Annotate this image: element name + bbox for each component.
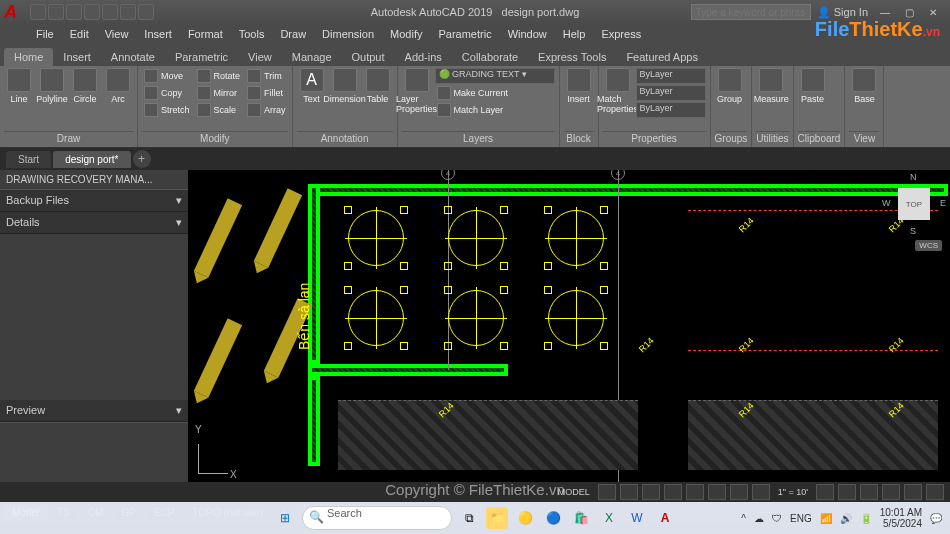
qat-open-icon[interactable] — [48, 4, 64, 20]
insert-block-button[interactable]: Insert — [564, 68, 594, 104]
taskbar-search[interactable]: Search — [302, 506, 452, 530]
qat-save-icon[interactable] — [66, 4, 82, 20]
menu-express[interactable]: Express — [593, 28, 649, 40]
status-snap-icon[interactable] — [620, 484, 638, 500]
stretch-button[interactable]: Stretch — [142, 102, 192, 118]
status-isolate-icon[interactable] — [860, 484, 878, 500]
help-search-input[interactable] — [691, 4, 811, 20]
layer-dropdown[interactable]: 🟢 GRADING TEXT ▾ — [435, 68, 555, 84]
tab-parametric[interactable]: Parametric — [165, 48, 238, 66]
qat-redo-icon[interactable] — [138, 4, 154, 20]
status-polar-icon[interactable] — [664, 484, 682, 500]
menu-tools[interactable]: Tools — [231, 28, 273, 40]
doctab-new-button[interactable]: + — [133, 150, 151, 168]
scale-button[interactable]: Scale — [195, 102, 243, 118]
preview-section-header[interactable]: Preview▾ — [0, 400, 188, 422]
status-anno-scale[interactable]: 1" = 10' — [774, 487, 812, 497]
match-layer-button[interactable]: Match Layer — [435, 102, 555, 118]
dimension-button[interactable]: Dimension — [330, 68, 360, 104]
status-osnap-icon[interactable] — [686, 484, 704, 500]
signin-button[interactable]: 👤 Sign In — [817, 6, 868, 19]
status-grid-icon[interactable] — [598, 484, 616, 500]
autocad-icon[interactable]: A — [654, 507, 676, 529]
task-view-icon[interactable]: ⧉ — [458, 507, 480, 529]
trim-button[interactable]: Trim — [245, 68, 288, 84]
move-button[interactable]: Move — [142, 68, 192, 84]
store-icon[interactable]: 🛍️ — [570, 507, 592, 529]
doctab-start[interactable]: Start — [6, 151, 51, 168]
tray-battery-icon[interactable]: 🔋 — [860, 513, 872, 524]
tab-express[interactable]: Express Tools — [528, 48, 616, 66]
backup-files-section[interactable]: Backup Files▾ — [0, 190, 188, 212]
lineweight-dropdown[interactable]: ByLayer — [636, 85, 706, 101]
menu-insert[interactable]: Insert — [136, 28, 180, 40]
arc-button[interactable]: Arc — [103, 68, 133, 104]
menu-edit[interactable]: Edit — [62, 28, 97, 40]
menu-parametric[interactable]: Parametric — [430, 28, 499, 40]
tab-output[interactable]: Output — [342, 48, 395, 66]
tab-insert[interactable]: Insert — [53, 48, 101, 66]
paste-button[interactable]: Paste — [798, 68, 828, 104]
tab-manage[interactable]: Manage — [282, 48, 342, 66]
status-gear-icon[interactable] — [816, 484, 834, 500]
menu-file[interactable]: File — [28, 28, 62, 40]
rotate-button[interactable]: Rotate — [195, 68, 243, 84]
linetype-dropdown[interactable]: ByLayer — [636, 102, 706, 118]
viewcube-e[interactable]: E — [940, 198, 946, 208]
panel-annot-label[interactable]: Annotation — [297, 131, 393, 145]
match-properties-button[interactable]: Match Properties — [603, 68, 633, 114]
panel-modify-label[interactable]: Modify — [142, 131, 288, 145]
status-transparency-icon[interactable] — [752, 484, 770, 500]
drawing-canvas[interactable]: 4 4 Bến sà lan R14 R14 R14 R14 R14 R14 R… — [188, 170, 950, 502]
chrome-icon[interactable]: 🟡 — [514, 507, 536, 529]
viewcube-w[interactable]: W — [882, 198, 891, 208]
qat-plot-icon[interactable] — [102, 4, 118, 20]
panel-groups-label[interactable]: Groups — [715, 131, 748, 145]
tab-featured[interactable]: Featured Apps — [616, 48, 708, 66]
edge-icon[interactable]: 🔵 — [542, 507, 564, 529]
panel-clip-label[interactable]: Clipboard — [798, 131, 841, 145]
menu-view[interactable]: View — [97, 28, 137, 40]
make-current-button[interactable]: Make Current — [435, 85, 555, 101]
menu-draw[interactable]: Draw — [272, 28, 314, 40]
tab-annotate[interactable]: Annotate — [101, 48, 165, 66]
details-section[interactable]: Details▾ — [0, 212, 188, 234]
panel-draw-label[interactable]: Draw — [4, 131, 133, 145]
app-logo[interactable]: A — [4, 2, 26, 24]
tab-home[interactable]: Home — [4, 48, 53, 66]
copy-button[interactable]: Copy — [142, 85, 192, 101]
tray-lang[interactable]: ENG — [790, 513, 812, 524]
viewcube-s[interactable]: S — [910, 226, 916, 236]
menu-dimension[interactable]: Dimension — [314, 28, 382, 40]
tray-chevron-icon[interactable]: ^ — [741, 513, 746, 524]
panel-utils-label[interactable]: Utilities — [756, 131, 788, 145]
tab-addins[interactable]: Add-ins — [395, 48, 452, 66]
fillet-button[interactable]: Fillet — [245, 85, 288, 101]
polyline-button[interactable]: Polyline — [37, 68, 67, 104]
table-button[interactable]: Table — [363, 68, 393, 104]
status-hardware-icon[interactable] — [882, 484, 900, 500]
start-button[interactable]: ⊞ — [274, 507, 296, 529]
text-button[interactable]: AText — [297, 68, 327, 104]
menu-help[interactable]: Help — [555, 28, 594, 40]
color-dropdown[interactable]: ByLayer — [636, 68, 706, 84]
layer-properties-button[interactable]: Layer Properties — [402, 68, 432, 114]
status-ortho-icon[interactable] — [642, 484, 660, 500]
viewcube-n[interactable]: N — [910, 172, 917, 182]
tab-view[interactable]: View — [238, 48, 282, 66]
array-button[interactable]: Array — [245, 102, 288, 118]
panel-view-label[interactable]: View — [849, 131, 879, 145]
viewcube[interactable]: N S E W TOP — [884, 174, 944, 234]
menu-format[interactable]: Format — [180, 28, 231, 40]
status-customize-icon[interactable] — [926, 484, 944, 500]
status-lweight-icon[interactable] — [730, 484, 748, 500]
tray-clock[interactable]: 10:01 AM 5/5/2024 — [880, 507, 922, 529]
excel-icon[interactable]: X — [598, 507, 620, 529]
word-icon[interactable]: W — [626, 507, 648, 529]
menu-window[interactable]: Window — [500, 28, 555, 40]
line-button[interactable]: Line — [4, 68, 34, 104]
tray-notifications-icon[interactable]: 💬 — [930, 513, 942, 524]
qat-new-icon[interactable] — [30, 4, 46, 20]
tray-onedrive-icon[interactable]: ☁ — [754, 513, 764, 524]
measure-button[interactable]: Measure — [756, 68, 786, 104]
